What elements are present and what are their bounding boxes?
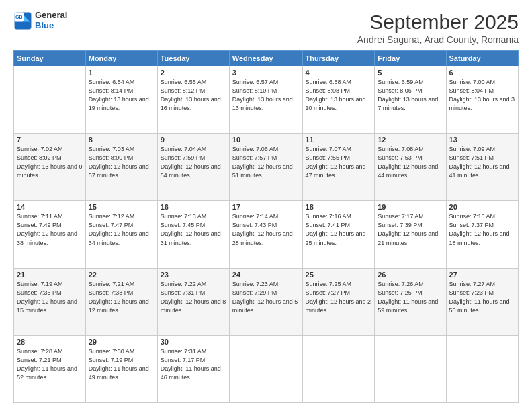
day-info: Sunrise: 7:31 AMSunset: 7:17 PMDaylight:…: [161, 347, 226, 382]
day-info: Sunrise: 7:17 AMSunset: 7:39 PMDaylight:…: [378, 212, 443, 247]
day-info: Sunrise: 7:08 AMSunset: 7:53 PMDaylight:…: [378, 145, 443, 180]
calendar-cell: 5Sunrise: 6:59 AMSunset: 8:06 PMDaylight…: [375, 66, 446, 134]
calendar-cell: 25Sunrise: 7:25 AMSunset: 7:27 PMDayligh…: [302, 268, 375, 335]
calendar-cell: 14Sunrise: 7:11 AMSunset: 7:49 PMDayligh…: [14, 201, 86, 268]
calendar-table: SundayMondayTuesdayWednesdayThursdayFrid…: [13, 50, 519, 403]
calendar-cell: 12Sunrise: 7:08 AMSunset: 7:53 PMDayligh…: [375, 134, 446, 201]
calendar-cell: [14, 66, 86, 134]
calendar-cell: 15Sunrise: 7:12 AMSunset: 7:47 PMDayligh…: [85, 201, 157, 268]
calendar-cell: 21Sunrise: 7:19 AMSunset: 7:35 PMDayligh…: [14, 268, 86, 335]
calendar-cell: 29Sunrise: 7:30 AMSunset: 7:19 PMDayligh…: [85, 335, 157, 402]
calendar-cell: 9Sunrise: 7:04 AMSunset: 7:59 PMDaylight…: [157, 134, 229, 201]
day-number: 14: [17, 203, 83, 211]
day-info: Sunrise: 7:04 AMSunset: 7:59 PMDaylight:…: [161, 145, 226, 180]
day-number: 10: [232, 136, 300, 144]
calendar-cell: 19Sunrise: 7:17 AMSunset: 7:39 PMDayligh…: [375, 201, 446, 268]
day-number: 24: [232, 271, 300, 279]
calendar-cell: 6Sunrise: 7:00 AMSunset: 8:04 PMDaylight…: [446, 66, 518, 134]
day-info: Sunrise: 6:58 AMSunset: 8:08 PMDaylight:…: [306, 78, 372, 113]
day-info: Sunrise: 6:59 AMSunset: 8:06 PMDaylight:…: [378, 78, 443, 113]
calendar-day-header: Sunday: [14, 51, 86, 66]
day-info: Sunrise: 7:03 AMSunset: 8:00 PMDaylight:…: [89, 145, 154, 180]
calendar-cell: 28Sunrise: 7:28 AMSunset: 7:21 PMDayligh…: [14, 335, 86, 402]
calendar-week-row: 14Sunrise: 7:11 AMSunset: 7:49 PMDayligh…: [14, 201, 519, 268]
day-info: Sunrise: 7:02 AMSunset: 8:02 PMDaylight:…: [17, 145, 83, 180]
day-number: 4: [306, 68, 372, 77]
calendar-day-header: Monday: [85, 51, 157, 66]
calendar-cell: 30Sunrise: 7:31 AMSunset: 7:17 PMDayligh…: [157, 335, 229, 402]
calendar-cell: 17Sunrise: 7:14 AMSunset: 7:43 PMDayligh…: [229, 201, 302, 268]
day-info: Sunrise: 7:19 AMSunset: 7:35 PMDaylight:…: [17, 280, 83, 315]
day-number: 20: [449, 203, 515, 211]
calendar-cell: 3Sunrise: 6:57 AMSunset: 8:10 PMDaylight…: [229, 66, 302, 134]
day-info: Sunrise: 7:07 AMSunset: 7:55 PMDaylight:…: [306, 145, 372, 180]
day-number: 9: [161, 136, 226, 144]
calendar-cell: 13Sunrise: 7:09 AMSunset: 7:51 PMDayligh…: [446, 134, 518, 201]
day-info: Sunrise: 7:21 AMSunset: 7:33 PMDaylight:…: [89, 280, 154, 315]
day-number: 16: [161, 203, 226, 211]
calendar-cell: [302, 335, 375, 402]
logo: GB General Blue: [13, 11, 67, 31]
day-number: 30: [161, 338, 226, 346]
day-info: Sunrise: 7:23 AMSunset: 7:29 PMDaylight:…: [232, 280, 300, 315]
day-info: Sunrise: 7:06 AMSunset: 7:57 PMDaylight:…: [232, 145, 300, 180]
day-number: 5: [378, 68, 443, 77]
subtitle: Andrei Saguna, Arad County, Romania: [357, 34, 519, 45]
day-number: 12: [378, 136, 443, 144]
day-number: 11: [306, 136, 372, 144]
day-number: 29: [89, 338, 154, 346]
calendar-cell: 23Sunrise: 7:22 AMSunset: 7:31 PMDayligh…: [157, 268, 229, 335]
day-info: Sunrise: 6:54 AMSunset: 8:14 PMDaylight:…: [89, 78, 154, 113]
day-info: Sunrise: 7:00 AMSunset: 8:04 PMDaylight:…: [449, 78, 515, 113]
day-number: 28: [17, 338, 83, 346]
page: GB General Blue September 2025 Andrei Sa…: [0, 0, 532, 411]
calendar-cell: 18Sunrise: 7:16 AMSunset: 7:41 PMDayligh…: [302, 201, 375, 268]
day-info: Sunrise: 7:14 AMSunset: 7:43 PMDaylight:…: [232, 212, 300, 247]
calendar-cell: 20Sunrise: 7:18 AMSunset: 7:37 PMDayligh…: [446, 201, 518, 268]
calendar-week-row: 28Sunrise: 7:28 AMSunset: 7:21 PMDayligh…: [14, 335, 519, 402]
calendar-cell: 7Sunrise: 7:02 AMSunset: 8:02 PMDaylight…: [14, 134, 86, 201]
day-number: 19: [378, 203, 443, 211]
day-info: Sunrise: 7:30 AMSunset: 7:19 PMDaylight:…: [89, 347, 154, 382]
calendar-day-header: Saturday: [446, 51, 518, 66]
day-info: Sunrise: 7:13 AMSunset: 7:45 PMDaylight:…: [161, 212, 226, 247]
day-info: Sunrise: 7:27 AMSunset: 7:23 PMDaylight:…: [449, 280, 515, 315]
calendar-cell: 22Sunrise: 7:21 AMSunset: 7:33 PMDayligh…: [85, 268, 157, 335]
day-number: 27: [449, 271, 515, 279]
calendar-cell: 2Sunrise: 6:55 AMSunset: 8:12 PMDaylight…: [157, 66, 229, 134]
title-block: September 2025 Andrei Saguna, Arad Count…: [357, 11, 519, 45]
calendar-cell: 26Sunrise: 7:26 AMSunset: 7:25 PMDayligh…: [375, 268, 446, 335]
day-number: 22: [89, 271, 154, 279]
day-info: Sunrise: 7:16 AMSunset: 7:41 PMDaylight:…: [306, 212, 372, 247]
calendar-cell: 11Sunrise: 7:07 AMSunset: 7:55 PMDayligh…: [302, 134, 375, 201]
day-info: Sunrise: 7:22 AMSunset: 7:31 PMDaylight:…: [161, 280, 226, 315]
svg-text:GB: GB: [15, 15, 23, 19]
day-number: 13: [449, 136, 515, 144]
day-info: Sunrise: 7:26 AMSunset: 7:25 PMDaylight:…: [378, 280, 443, 315]
day-info: Sunrise: 7:28 AMSunset: 7:21 PMDaylight:…: [17, 347, 83, 382]
day-info: Sunrise: 7:09 AMSunset: 7:51 PMDaylight:…: [449, 145, 515, 180]
day-number: 26: [378, 271, 443, 279]
calendar-week-row: 1Sunrise: 6:54 AMSunset: 8:14 PMDaylight…: [14, 66, 519, 134]
calendar-cell: [446, 335, 518, 402]
calendar-cell: [375, 335, 446, 402]
day-info: Sunrise: 7:11 AMSunset: 7:49 PMDaylight:…: [17, 212, 83, 247]
day-number: 17: [232, 203, 300, 211]
logo-icon: GB: [13, 11, 32, 30]
day-number: 1: [89, 68, 154, 77]
main-title: September 2025: [357, 11, 519, 33]
day-info: Sunrise: 6:57 AMSunset: 8:10 PMDaylight:…: [232, 78, 300, 113]
day-info: Sunrise: 7:12 AMSunset: 7:47 PMDaylight:…: [89, 212, 154, 247]
calendar-cell: 10Sunrise: 7:06 AMSunset: 7:57 PMDayligh…: [229, 134, 302, 201]
calendar-cell: 8Sunrise: 7:03 AMSunset: 8:00 PMDaylight…: [85, 134, 157, 201]
day-number: 2: [161, 68, 226, 77]
day-number: 18: [306, 203, 372, 211]
day-number: 6: [449, 68, 515, 77]
day-info: Sunrise: 7:18 AMSunset: 7:37 PMDaylight:…: [449, 212, 515, 247]
day-number: 7: [17, 136, 83, 144]
calendar-week-row: 21Sunrise: 7:19 AMSunset: 7:35 PMDayligh…: [14, 268, 519, 335]
day-info: Sunrise: 7:25 AMSunset: 7:27 PMDaylight:…: [306, 280, 372, 315]
day-number: 23: [161, 271, 226, 279]
day-number: 25: [306, 271, 372, 279]
calendar-cell: 27Sunrise: 7:27 AMSunset: 7:23 PMDayligh…: [446, 268, 518, 335]
